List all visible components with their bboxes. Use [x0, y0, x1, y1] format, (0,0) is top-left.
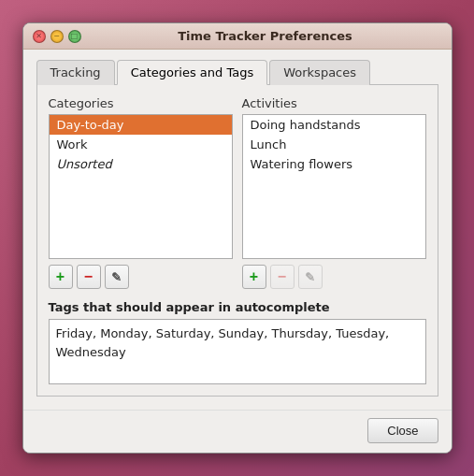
tags-section: Tags that should appear in autocomplete …	[49, 300, 426, 384]
tab-bar: Tracking Categories and Tags Workspaces	[36, 59, 438, 85]
window-controls: ✕ − □	[33, 30, 81, 43]
categories-list[interactable]: Day-to-day Work Unsorted	[49, 114, 233, 259]
tab-workspaces[interactable]: Workspaces	[269, 60, 370, 85]
list-item[interactable]: Lunch	[243, 135, 425, 154]
list-item[interactable]: Unsorted	[50, 154, 232, 174]
tags-label: Tags that should appear in autocomplete	[49, 300, 426, 314]
tab-tracking[interactable]: Tracking	[36, 60, 115, 85]
window-title: Time Tracker Preferences	[89, 29, 442, 43]
list-item[interactable]: Doing handstands	[243, 115, 425, 135]
activities-label: Activities	[242, 96, 426, 110]
activities-btn-row: + − ✎	[242, 265, 426, 289]
activities-list[interactable]: Doing handstands Lunch Watering flowers	[242, 114, 426, 259]
tags-value: Friday, Monday, Saturday, Sunday, Thursd…	[49, 319, 426, 384]
footer: Close	[23, 410, 452, 453]
close-window-button[interactable]: ✕	[33, 30, 46, 43]
minimize-window-button[interactable]: −	[50, 30, 64, 43]
titlebar: ✕ − □ Time Tracker Preferences	[23, 23, 452, 50]
list-item[interactable]: Watering flowers	[243, 154, 425, 174]
preferences-window: ✕ − □ Time Tracker Preferences Tracking …	[22, 22, 452, 454]
remove-category-button[interactable]: −	[77, 265, 101, 289]
categories-btn-row: + − ✎	[49, 265, 233, 289]
maximize-window-button[interactable]: □	[68, 30, 81, 43]
add-activity-button[interactable]: +	[242, 265, 266, 289]
content-area: Tracking Categories and Tags Workspaces …	[23, 50, 452, 410]
edit-category-button[interactable]: ✎	[105, 265, 129, 289]
close-button[interactable]: Close	[367, 418, 438, 443]
add-category-button[interactable]: +	[49, 265, 73, 289]
list-item[interactable]: Day-to-day	[50, 115, 232, 135]
panel-categories-and-tags: Categories Day-to-day Work Unsorted + − …	[36, 85, 438, 397]
activities-column: Activities Doing handstands Lunch Wateri…	[242, 96, 426, 289]
categories-label: Categories	[49, 96, 233, 110]
remove-activity-button[interactable]: −	[270, 265, 294, 289]
categories-column: Categories Day-to-day Work Unsorted + − …	[49, 96, 233, 289]
list-item[interactable]: Work	[50, 135, 232, 154]
edit-activity-button[interactable]: ✎	[298, 265, 323, 289]
columns-container: Categories Day-to-day Work Unsorted + − …	[49, 96, 426, 289]
tab-categories-and-tags[interactable]: Categories and Tags	[117, 60, 268, 85]
